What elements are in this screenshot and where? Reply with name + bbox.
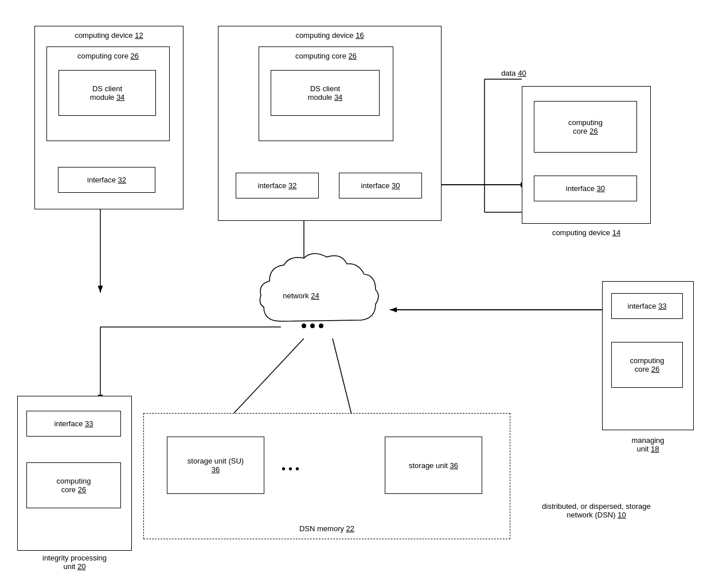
integrity-processing-unit-20-box: interface 33 computingcore 26 — [17, 396, 132, 551]
interface-30-device16-box: interface 30 — [339, 173, 422, 198]
dsn-10-label: distributed, or dispersed, storagenetwor… — [499, 502, 694, 519]
dsn-memory-22-box: storage unit (SU)36 ••• storage unit 36 … — [143, 413, 510, 539]
computing-core-26-integrity-box: computingcore 26 — [26, 462, 121, 508]
svg-point-27 — [310, 324, 315, 328]
computing-core-26-device14-label: computingcore 26 — [568, 118, 603, 135]
storage-unit-36-left-box: storage unit (SU)36 — [167, 437, 264, 494]
computing-core-26-device16-box: computing core 26 DS clientmodule 34 — [259, 46, 393, 141]
computing-device-12-box: computing device 12 computing core 26 DS… — [34, 26, 183, 209]
computing-core-26-integrity-label: computingcore 26 — [57, 477, 91, 494]
storage-unit-36-left-label: storage unit (SU)36 — [187, 457, 244, 474]
computing-core-26-managing-label: computingcore 26 — [630, 356, 665, 373]
ds-client-module-34-device16-label: DS clientmodule 34 — [308, 84, 343, 102]
computing-device-12-label: computing device 12 — [35, 31, 183, 40]
interface-32-device12-label: interface 32 — [87, 176, 126, 184]
computing-core-26-managing-box: computingcore 26 — [611, 342, 683, 388]
cloud-svg: network 24 — [252, 252, 384, 344]
computing-device-14-box: computingcore 26 interface 30 — [522, 86, 651, 224]
computing-device-16-label: computing device 16 — [218, 31, 441, 40]
interface-30-device14-box: interface 30 — [534, 176, 637, 201]
interface-30-device14-label: interface 30 — [566, 184, 605, 193]
network-cloud: network 24 — [252, 252, 384, 344]
computing-core-26-device12-label: computing core 26 — [47, 52, 169, 60]
ds-client-module-34-device12-box: DS clientmodule 34 — [58, 70, 156, 116]
svg-point-26 — [302, 324, 306, 328]
interface-32-device16-label: interface 32 — [258, 181, 297, 190]
svg-text:network 24: network 24 — [283, 291, 319, 300]
storage-unit-36-right-label: storage unit 36 — [409, 461, 458, 470]
interface-30-device16-label: interface 30 — [361, 181, 400, 190]
interface-32-device12-box: interface 32 — [58, 167, 155, 193]
interface-33-integrity-label: interface 33 — [54, 419, 93, 428]
computing-core-26-device14-box: computingcore 26 — [534, 101, 637, 153]
dsn-memory-22-label: DSN memory 22 — [144, 524, 510, 533]
computing-core-26-device16-label: computing core 26 — [259, 52, 393, 60]
computing-device-16-box: computing device 16 computing core 26 DS… — [218, 26, 442, 221]
interface-32-device16-box: interface 32 — [236, 173, 319, 198]
computing-device-14-label: computing device 14 — [522, 228, 651, 237]
integrity-processing-unit-20-label: integrity processingunit 20 — [17, 554, 132, 571]
ds-client-module-34-device12-label: DS clientmodule 34 — [90, 84, 125, 102]
diagram: computing device 12 computing core 26 DS… — [0, 0, 711, 588]
storage-unit-36-right-box: storage unit 36 — [385, 437, 482, 494]
computing-core-26-device12-box: computing core 26 DS clientmodule 34 — [46, 46, 170, 141]
managing-unit-18-box: interface 33 computingcore 26 — [602, 281, 694, 430]
data-40-label: data 40 — [491, 69, 537, 77]
managing-unit-18-label: managingunit 18 — [602, 436, 694, 453]
interface-33-integrity-box: interface 33 — [26, 411, 121, 437]
svg-point-28 — [319, 324, 323, 328]
ds-client-module-34-device16-box: DS clientmodule 34 — [271, 70, 380, 116]
interface-33-managing-label: interface 33 — [628, 302, 667, 310]
interface-33-managing-box: interface 33 — [611, 293, 683, 319]
